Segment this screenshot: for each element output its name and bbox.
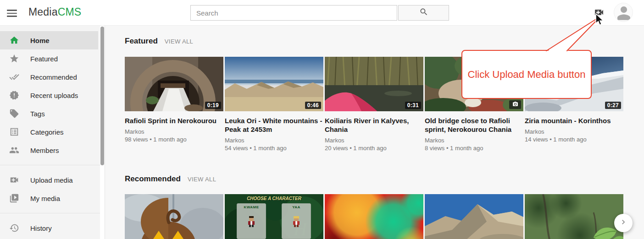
media-thumbnail-rocky-mountain[interactable] [425,194,523,239]
sidebar-divider [0,165,100,165]
media-meta: 20 views • 1 month ago [325,145,423,152]
sidebar-scrollbar-thumb[interactable] [100,27,104,165]
my-media-icon [9,193,19,203]
media-card [325,194,423,239]
logo-media: Media [28,6,58,18]
media-thumbnail-pumpkin-drawing[interactable] [125,194,223,239]
search-input[interactable] [190,5,397,21]
sidebar-scrollbar [100,26,105,239]
media-meta: 14 views • 1 month ago [525,136,623,143]
game-panel-right: YAA [282,203,311,239]
game-character-name: YAA [282,205,311,209]
media-meta: 98 views • 1 month ago [125,136,223,143]
topbar: MediaCMS [0,0,644,26]
featured-section-title: Featured [125,37,158,46]
media-title[interactable]: Rafioli Sprint in Nerokourou [125,116,223,125]
media-title[interactable]: Old bridge close to Rafioli sprint, Nero… [425,116,523,134]
sidebar-item-upload-media[interactable]: Upload media [0,171,100,189]
annotation-callout: Click Upload Media button [461,50,592,99]
media-title[interactable]: Koiliaris River in Kalyves, Chania [325,116,423,134]
media-thumbnail-abstract-colors[interactable] [325,194,423,239]
featured-view-all-link[interactable]: VIEW ALL [165,38,193,45]
person-icon [614,16,633,22]
recommended-section-title: Recommended [125,174,181,184]
upload-media-icon [593,11,605,19]
media-meta: 54 views • 1 month ago [225,145,323,152]
media-author[interactable]: Markos [525,128,623,135]
featured-section-header: Featured VIEW ALL [125,37,193,46]
sidebar-item-tags[interactable]: Tags [0,104,100,123]
annotation-text: Click Upload Media button [468,69,586,81]
media-author[interactable]: Markos [325,137,423,144]
sidebar-item-home[interactable]: Home [0,31,98,49]
game-character-name: KWAME [237,205,266,209]
sidebar-item-categories[interactable]: Categories [0,123,100,141]
media-author[interactable]: Markos [425,137,523,144]
categories-icon [9,127,19,137]
duration-badge: 0:46 [305,102,321,109]
home-icon [9,35,19,45]
recommended-view-all-link[interactable]: VIEW ALL [188,176,216,183]
sidebar-item-members[interactable]: Members [0,141,100,159]
sidebar-item-history[interactable]: History [0,219,100,237]
media-card: 0:46 Leuka Ori - White mountains - Peak … [225,57,323,152]
media-thumbnail-game-choose-character[interactable]: H CHOOSE A CHARACTER KWAME YAA [225,194,323,239]
search-bar [190,5,449,21]
media-card: 0:31 Koiliaris River in Kalyves, Chania … [325,57,423,152]
sidebar-divider [0,213,100,213]
media-card: H CHOOSE A CHARACTER KWAME YAA [225,194,323,239]
duration-badge: 0:31 [405,102,421,109]
media-card: 0:19 Rafioli Sprint in Nerokourou Markos… [125,57,223,152]
new-releases-icon [9,90,19,100]
duration-badge: 0:27 [605,102,621,109]
upload-media-icon [9,175,19,185]
carousel-next-button[interactable] [614,214,633,232]
media-meta: 8 views • 1 month ago [425,145,523,152]
double-check-icon [9,72,19,82]
game-panel-left: KWAME [237,203,266,239]
media-card [125,194,223,239]
tag-icon [9,109,19,119]
camera-icon [512,101,518,109]
hamburger-menu-icon[interactable] [7,8,18,18]
sidebar-item-featured[interactable]: Featured [0,49,100,68]
game-title-text: CHOOSE A CHARACTER [225,196,323,201]
media-author[interactable]: Markos [225,137,323,144]
sidebar-item-my-media[interactable]: My media [0,189,100,207]
media-card [425,194,523,239]
search-icon [419,7,428,18]
star-icon [9,54,19,64]
media-thumbnail-green-leaves[interactable] [525,194,623,239]
media-thumbnail-desert-mountains[interactable]: 0:46 [225,57,323,111]
sidebar-item-recommended[interactable]: Recommended [0,68,100,86]
history-icon [9,223,19,233]
chevron-right-icon [619,217,628,228]
media-thumbnail-kayak-river[interactable]: 0:31 [325,57,423,111]
media-title[interactable]: Leuka Ori - White mountains - Peak at 24… [225,116,323,134]
logo-cms: CMS [58,6,82,18]
recommended-section-header: Recommended VIEW ALL [125,174,216,184]
photo-type-badge [509,100,521,109]
media-title[interactable]: Ziria mountain - Korinthos [525,116,623,125]
search-button[interactable] [398,5,449,21]
app-logo[interactable]: MediaCMS [28,6,81,18]
sidebar: Home Featured Recommended Recent uploads… [0,26,100,239]
upload-media-button[interactable] [593,7,606,19]
user-avatar[interactable] [614,3,633,22]
media-author[interactable]: Markos [125,128,223,135]
media-card [525,194,623,239]
media-thumbnail-waterfall-bridge[interactable]: 0:19 [125,57,223,111]
duration-badge: 0:19 [205,102,221,109]
recommended-row: H CHOOSE A CHARACTER KWAME YAA [125,194,623,239]
members-icon [9,145,19,155]
sidebar-item-recent-uploads[interactable]: Recent uploads [0,86,100,104]
